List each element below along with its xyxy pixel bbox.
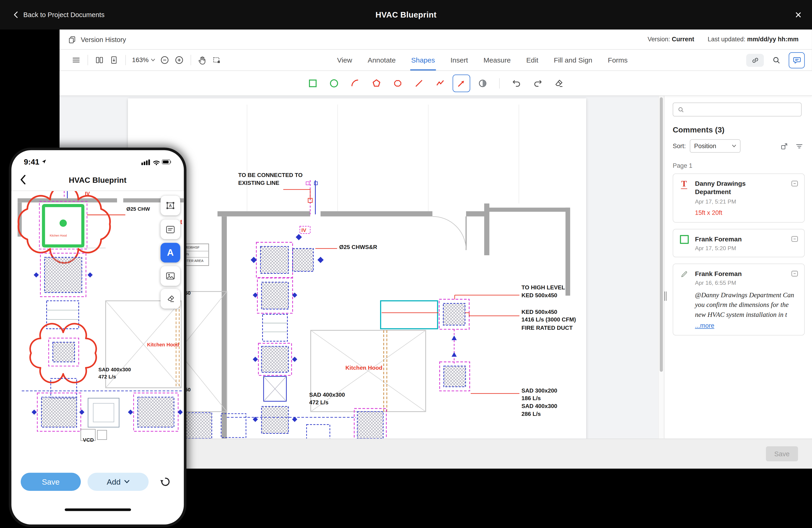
tab-view[interactable]: View bbox=[337, 49, 352, 70]
comments-panel: Comments (3) Sort: Position Page 1 bbox=[664, 96, 812, 438]
bp-sad-right-4: 286 L/s bbox=[521, 411, 541, 417]
tab-measure[interactable]: Measure bbox=[483, 49, 511, 70]
scrollbar-thumb[interactable] bbox=[659, 98, 663, 372]
search-icon bbox=[771, 55, 781, 65]
comments-search[interactable] bbox=[672, 102, 802, 117]
canvas-scrollbar[interactable] bbox=[658, 96, 664, 438]
comment-card[interactable]: Frank Foreman Apr 17, 5:20 PM bbox=[672, 229, 804, 257]
filter-comments-button[interactable] bbox=[795, 142, 804, 150]
comment-card[interactable]: Frank Foreman Apr 16, 6:55 PM @Danny Dra… bbox=[672, 263, 804, 335]
phone-undo-rotate-button[interactable] bbox=[156, 472, 174, 491]
close-button[interactable]: × bbox=[795, 0, 802, 30]
phone-back-button[interactable] bbox=[20, 169, 26, 190]
redo-button[interactable] bbox=[529, 74, 546, 92]
phone-note-tool[interactable] bbox=[161, 219, 180, 239]
rectangle-tool[interactable] bbox=[304, 74, 321, 92]
comment-author: Frank Foreman bbox=[695, 269, 742, 278]
phone-text-box-tool[interactable]: A bbox=[161, 196, 180, 215]
page-layout-button[interactable] bbox=[92, 53, 107, 68]
phone-home-indicator[interactable] bbox=[64, 508, 131, 511]
polyline-tool[interactable] bbox=[431, 74, 449, 92]
phone-image-tool[interactable] bbox=[161, 266, 180, 286]
freetext-annotation-icon: T bbox=[680, 180, 689, 189]
search-button[interactable] bbox=[769, 53, 784, 68]
back-chevron-icon bbox=[13, 11, 18, 19]
cloud-tool[interactable] bbox=[389, 74, 406, 92]
phone-page-title: HVAC Blueprint bbox=[69, 175, 127, 184]
blueprint-page[interactable]: TO BE CONNECTED TO EXISTING LINE Ø25 CHW… bbox=[128, 98, 586, 438]
back-label: Back to Project Documents bbox=[23, 11, 104, 19]
phone-nav-bar: HVAC Blueprint bbox=[11, 169, 184, 191]
bp-high-level-2: KED 500x450 bbox=[521, 293, 557, 298]
chevron-down-icon bbox=[732, 145, 737, 147]
tab-annotate[interactable]: Annotate bbox=[368, 49, 396, 70]
bp-sad-right-2: 186 L/s bbox=[521, 396, 541, 401]
export-comments-button[interactable] bbox=[780, 142, 789, 150]
marquee-select-button[interactable] bbox=[210, 53, 224, 68]
comment-state-button[interactable] bbox=[790, 234, 799, 243]
document-title: HVAC Blueprint bbox=[376, 0, 437, 30]
blueprint-drawing bbox=[128, 98, 586, 438]
phone-eraser-tool[interactable] bbox=[161, 289, 180, 309]
style-picker-button[interactable] bbox=[474, 74, 491, 92]
main-toolbar: 163% View Annotate Shapes Insert Measure… bbox=[60, 49, 812, 71]
bp-sad-right-3: SAD 400x300 bbox=[521, 404, 557, 409]
polygon-tool[interactable] bbox=[368, 74, 385, 92]
line-tool[interactable] bbox=[410, 74, 428, 92]
share-link-button[interactable] bbox=[746, 54, 764, 67]
version-history-label: Version History bbox=[81, 35, 126, 43]
phone-bp-sad1: SAD 400x300 bbox=[98, 367, 131, 372]
ribbon-tabs: View Annotate Shapes Insert Measure Edit… bbox=[337, 49, 628, 70]
comment-time: Apr 16, 6:55 PM bbox=[695, 280, 742, 286]
phone-save-button[interactable]: Save bbox=[21, 472, 81, 490]
arc-tool[interactable] bbox=[346, 74, 364, 92]
eraser-button[interactable] bbox=[550, 74, 568, 92]
tab-edit[interactable]: Edit bbox=[526, 49, 538, 70]
back-button[interactable]: Back to Project Documents bbox=[13, 0, 104, 30]
comments-search-input[interactable] bbox=[688, 105, 797, 114]
page-navigation-button[interactable] bbox=[107, 53, 121, 68]
zoom-level-select[interactable]: 163% bbox=[132, 57, 155, 64]
more-link[interactable]: ...more bbox=[695, 322, 798, 329]
bp-equip-3: NTER AREA bbox=[185, 259, 204, 263]
tab-forms[interactable]: Forms bbox=[608, 49, 627, 70]
menu-button[interactable] bbox=[69, 53, 83, 68]
comments-title: Comments (3) bbox=[672, 125, 804, 134]
comment-state-button[interactable] bbox=[790, 179, 799, 188]
comment-author: Frank Foreman bbox=[695, 235, 742, 243]
panel-resize-handle[interactable] bbox=[664, 292, 667, 301]
phone-blueprint-canvas[interactable]: IV Ø25 CHW t Kitchen Hood Kitchen Hood S… bbox=[11, 191, 184, 471]
phone-freetext-tool-selected[interactable]: A bbox=[161, 243, 180, 262]
phone-clock: 9:41 bbox=[24, 157, 47, 166]
divider bbox=[87, 55, 88, 65]
phone-bp-iv: IV bbox=[85, 191, 90, 196]
undo-button[interactable] bbox=[508, 74, 525, 92]
bp-sad-left-2: 472 L/s bbox=[309, 400, 329, 406]
version-bar: Version History Version: Current Last up… bbox=[60, 30, 812, 50]
comments-panel-toggle[interactable] bbox=[789, 52, 805, 68]
sort-label: Sort: bbox=[672, 142, 686, 149]
phone-blueprint-drawing bbox=[11, 191, 184, 471]
pencil-annotation-icon bbox=[680, 269, 689, 279]
tab-fill-and-sign[interactable]: Fill and Sign bbox=[554, 49, 592, 70]
zoom-in-button[interactable] bbox=[172, 53, 187, 68]
pan-tool-button[interactable] bbox=[195, 53, 210, 68]
tab-shapes[interactable]: Shapes bbox=[411, 49, 435, 70]
phone-bp-kitchen: Kitchen Hood bbox=[147, 342, 179, 347]
page-group-label: Page 1 bbox=[672, 162, 804, 169]
phone-add-button[interactable]: Add bbox=[87, 472, 149, 490]
divider bbox=[125, 55, 126, 65]
shapes-toolbar bbox=[60, 71, 812, 96]
ellipse-tool[interactable] bbox=[325, 74, 343, 92]
bp-chws-label: Ø25 CHWS&R bbox=[339, 244, 377, 250]
zoom-out-button[interactable] bbox=[157, 53, 172, 68]
sort-select[interactable]: Position bbox=[690, 140, 741, 153]
save-button[interactable]: Save bbox=[766, 446, 798, 461]
version-history-button[interactable]: Version History bbox=[68, 35, 126, 44]
arrow-tool[interactable] bbox=[453, 74, 470, 92]
chevron-down-icon bbox=[124, 480, 129, 483]
bp-high-level-1: TO HIGH LEVEL bbox=[521, 285, 565, 291]
comment-state-button[interactable] bbox=[790, 269, 799, 278]
comment-card[interactable]: T Danny Drawings Department Apr 17, 5:21… bbox=[672, 174, 804, 222]
tab-insert[interactable]: Insert bbox=[451, 49, 468, 70]
